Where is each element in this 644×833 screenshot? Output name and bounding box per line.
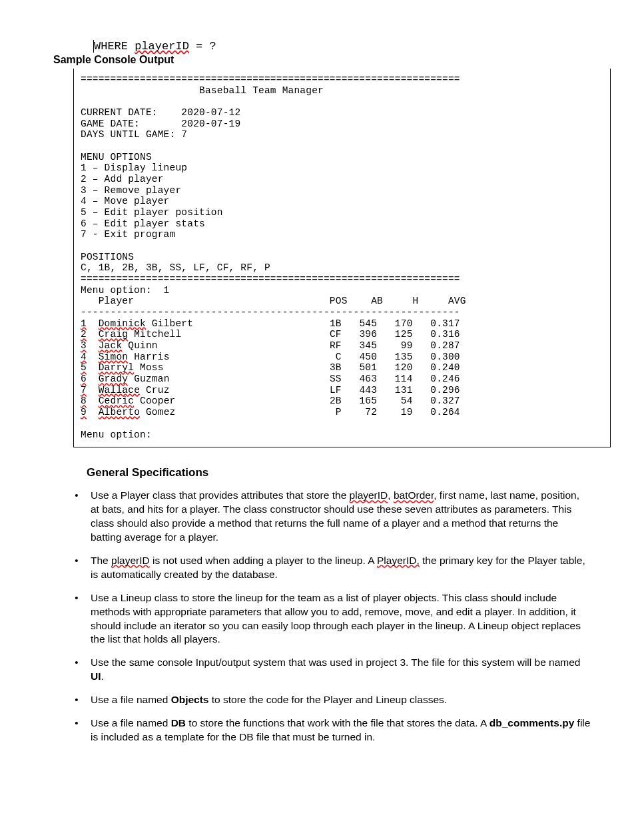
console-menu-item: 6 – Edit player stats (81, 218, 205, 229)
bold-objects: Objects (171, 694, 209, 705)
row-number: 4 (81, 352, 87, 362)
table-row: 7 Wallace Cruz LF 443 131 0.296 (81, 385, 460, 396)
row-number: 8 (81, 396, 87, 406)
document-page: WHERE playerID = ? Sample Console Output… (0, 0, 644, 787)
table-row: 3 Jack Quinn RF 345 99 0.287 (81, 340, 460, 351)
code-text: = ? (189, 40, 216, 53)
console-menu-item: 5 – Edit player position (81, 207, 223, 218)
bold-ui: UI (91, 671, 101, 682)
row-firstname: Cedric (99, 396, 134, 406)
row-firstname: Craig (99, 329, 129, 340)
code-spellcheck: playerID (135, 40, 189, 53)
spec-item-lineup-class: Use a Lineup class to store the lineup f… (87, 591, 591, 647)
console-table-header: Player POS AB H AVG (81, 296, 466, 306)
console-positions-list: C, 1B, 2B, 3B, SS, LF, CF, RF, P (81, 262, 270, 273)
bold-db: DB (171, 717, 186, 728)
spec-item-player-class: Use a Player class that provides attribu… (87, 489, 591, 545)
row-firstname: Alberto (99, 407, 140, 417)
sample-output-heading: Sample Console Output (53, 54, 611, 66)
spec-item-objects-file: Use a file named Objects to store the co… (87, 693, 591, 707)
console-current-date: CURRENT DATE: 2020-07-12 (81, 107, 240, 118)
row-firstname: Jack (99, 340, 123, 351)
spec-item-db-file: Use a file named DB to store the functio… (87, 716, 591, 744)
console-menu-header: MENU OPTIONS (81, 152, 152, 162)
console-rule: ========================================… (81, 274, 460, 284)
console-dash-rule: ----------------------------------------… (81, 307, 460, 318)
bold-dbcomments: db_comments.py (489, 717, 574, 728)
row-number: 7 (81, 385, 87, 396)
console-menu-option: Menu option: 1 (81, 285, 170, 296)
table-row: 6 Grady Guzman SS 463 114 0.246 (81, 374, 460, 384)
sql-where-line: WHERE playerID = ? (93, 40, 611, 53)
specs-list: Use a Player class that provides attribu… (68, 489, 591, 744)
table-row: 1 Dominick Gilbert 1B 545 170 0.317 (81, 318, 460, 329)
table-row: 2 Craig Mitchell CF 396 125 0.316 (81, 329, 460, 340)
console-rule: ========================================… (81, 74, 460, 85)
spec-item-ui-file: Use the same console Input/output system… (87, 656, 591, 684)
table-row: 9 Alberto Gomez P 72 19 0.264 (81, 407, 460, 417)
console-output: ========================================… (73, 69, 611, 447)
table-row: 8 Cedric Cooper 2B 165 54 0.327 (81, 396, 460, 406)
row-firstname: Wallace (99, 385, 140, 396)
spellcheck-word: playerID (111, 555, 150, 566)
row-number: 1 (81, 318, 87, 329)
spellcheck-word: PlayerID, (377, 555, 420, 566)
console-menu-item: 2 – Add player (81, 174, 164, 184)
row-number: 3 (81, 340, 87, 351)
console-game-date: GAME DATE: 2020-07-19 (81, 119, 240, 129)
console-player-rows: 1 Dominick Gilbert 1B 545 170 0.317 2 Cr… (81, 318, 460, 417)
spellcheck-word: playerID (350, 489, 388, 501)
console-positions-header: POSITIONS (81, 252, 134, 262)
console-menu-option: Menu option: (81, 429, 152, 440)
row-number: 6 (81, 374, 87, 384)
spec-item-playerid: The playerID is not used when adding a p… (87, 554, 591, 582)
console-title: Baseball Team Manager (81, 85, 324, 96)
console-menu-item: 4 – Move player (81, 196, 170, 206)
row-number: 9 (81, 407, 87, 417)
console-menu-item: 3 – Remove player (81, 185, 181, 196)
spellcheck-word: batOrder (394, 489, 434, 501)
console-days-until: DAYS UNTIL GAME: 7 (81, 129, 187, 140)
table-row: 5 Darryl Moss 3B 501 120 0.240 (81, 362, 460, 373)
row-firstname: Grady (99, 374, 129, 384)
code-text: WHERE (94, 40, 135, 53)
row-firstname: Darryl (99, 362, 134, 373)
console-menu-item: 7 - Exit program (81, 229, 175, 240)
table-row: 4 Simon Harris C 450 135 0.300 (81, 352, 460, 362)
general-specs-heading: General Specifications (87, 466, 611, 479)
console-menu-item: 1 – Display lineup (81, 162, 187, 173)
row-firstname: Dominick (99, 318, 146, 329)
row-number: 5 (81, 362, 87, 373)
row-firstname: Simon (99, 352, 129, 362)
row-number: 2 (81, 329, 87, 340)
